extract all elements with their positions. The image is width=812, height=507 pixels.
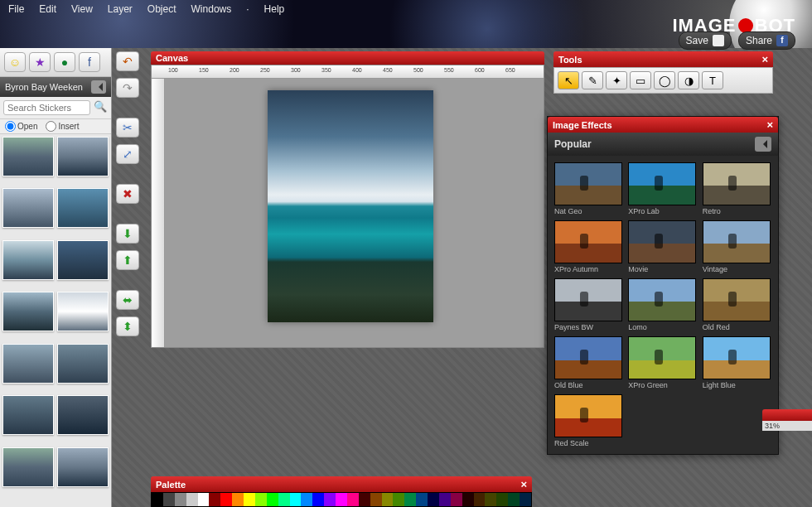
radio-insert[interactable]: Insert [46, 121, 79, 132]
undo-button[interactable]: ↶ [116, 51, 139, 71]
flip-h-button[interactable]: ⬆ [116, 250, 139, 270]
swatch[interactable] [451, 493, 462, 506]
tool-wand[interactable]: ✦ [606, 71, 627, 89]
swatch[interactable] [416, 493, 428, 506]
swatch[interactable] [462, 493, 474, 506]
sticker-thumb[interactable] [2, 240, 54, 280]
effects-close-icon[interactable]: × [766, 118, 773, 131]
swatch[interactable] [220, 493, 232, 506]
swatch[interactable] [290, 493, 302, 506]
swatch[interactable] [232, 493, 244, 506]
delete-button[interactable]: ✖ [116, 184, 139, 204]
swatch[interactable] [370, 493, 382, 506]
swatch[interactable] [474, 493, 486, 506]
search-stickers-input[interactable] [3, 100, 90, 115]
swatch[interactable] [152, 493, 163, 506]
effect-light-blue[interactable]: Light Blue [703, 336, 771, 389]
swatch[interactable] [439, 493, 451, 506]
effect-lomo[interactable]: Lomo [628, 278, 697, 331]
tool-rect[interactable]: ▭ [630, 71, 651, 89]
effect-movie[interactable]: Movie [628, 220, 697, 273]
tool-pointer[interactable]: ↖ [558, 71, 579, 89]
swatch[interactable] [301, 493, 312, 506]
sticker-thumb[interactable] [2, 188, 54, 228]
menu-windows[interactable]: Windows [191, 3, 232, 15]
search-icon[interactable]: 🔍 [93, 100, 108, 115]
sticker-thumb[interactable] [2, 395, 54, 435]
sticker-thumb[interactable] [2, 344, 54, 384]
flip-v-button[interactable]: ⬇ [116, 224, 139, 244]
album-back-button[interactable] [91, 80, 106, 94]
resize-button[interactable]: ⤢ [116, 144, 139, 164]
sticker-thumb[interactable] [2, 137, 54, 176]
move-h-button[interactable]: ⬌ [116, 290, 139, 310]
effect-xpro-lab[interactable]: XPro Lab [628, 162, 697, 215]
sticker-thumb[interactable] [2, 447, 54, 487]
tool-brush[interactable]: ✎ [582, 71, 603, 89]
sticker-thumb[interactable] [57, 395, 109, 435]
swatch[interactable] [508, 493, 520, 506]
swatch[interactable] [496, 493, 508, 506]
sticker-thumb[interactable] [57, 137, 109, 176]
swatch[interactable] [163, 493, 175, 506]
swatch[interactable] [175, 493, 186, 506]
facebook-button[interactable]: f [79, 52, 100, 72]
effects-back-button[interactable] [755, 137, 771, 152]
sticker-thumb[interactable] [57, 188, 109, 228]
swatch[interactable] [336, 493, 347, 506]
swatch[interactable] [198, 493, 210, 506]
smiley-button[interactable]: ☺ [4, 52, 26, 72]
sticker-thumb[interactable] [57, 292, 109, 331]
swatch[interactable] [312, 493, 324, 506]
star-button[interactable]: ★ [29, 52, 51, 72]
effect-old-red[interactable]: Old Red [703, 278, 771, 331]
swatch[interactable] [520, 493, 531, 506]
sticker-thumb[interactable] [57, 240, 109, 280]
menu-view[interactable]: View [71, 3, 93, 15]
menu-help[interactable]: Help [264, 3, 285, 15]
swatch[interactable] [382, 493, 394, 506]
tool-text[interactable]: T [702, 71, 723, 89]
swatch[interactable] [324, 493, 336, 506]
effect-xpro-green[interactable]: XPro Green [628, 336, 697, 389]
effect-vintage[interactable]: Vintage [703, 220, 771, 273]
effect-paynes-bw[interactable]: Paynes BW [554, 278, 623, 331]
canvas-area[interactable]: 100150200250300350400450500550600650 [151, 65, 544, 348]
effect-retro[interactable]: Retro [703, 162, 771, 215]
radio-open[interactable]: Open [5, 121, 37, 132]
sticker-thumb[interactable] [57, 447, 109, 487]
tool-shape[interactable]: ◑ [678, 71, 699, 89]
share-button[interactable]: Share [738, 31, 795, 50]
menu-layer[interactable]: Layer [108, 3, 133, 15]
effect-old-blue[interactable]: Old Blue [554, 336, 623, 389]
swatch[interactable] [359, 493, 370, 506]
swatch[interactable] [186, 493, 198, 506]
swatch[interactable] [255, 493, 267, 506]
tools-close-icon[interactable]: × [761, 53, 768, 65]
menu-object[interactable]: Object [147, 3, 176, 15]
effect-red-scale[interactable]: Red Scale [554, 394, 623, 447]
swatch[interactable] [428, 493, 439, 506]
swatch[interactable] [244, 493, 255, 506]
menu-file[interactable]: File [8, 3, 24, 15]
swatch[interactable] [393, 493, 404, 506]
swatch[interactable] [347, 493, 359, 506]
effect-xpro-autumn[interactable]: XPro Autumn [554, 220, 623, 273]
badge-button[interactable]: ● [54, 52, 75, 72]
swatch[interactable] [267, 493, 278, 506]
crop-button[interactable]: ✂ [116, 118, 139, 138]
effect-nat-geo[interactable]: Nat Geo [554, 162, 623, 215]
move-v-button[interactable]: ⬍ [116, 316, 139, 336]
swatch[interactable] [404, 493, 416, 506]
swatch[interactable] [485, 493, 496, 506]
palette-close-icon[interactable]: × [520, 478, 527, 490]
save-button[interactable]: Save [679, 31, 732, 50]
sticker-thumb[interactable] [2, 292, 54, 331]
artboard[interactable] [268, 90, 433, 322]
redo-button[interactable]: ↷ [116, 78, 139, 98]
menu-edit[interactable]: Edit [39, 3, 56, 15]
tool-ellipse[interactable]: ◯ [654, 71, 675, 89]
sticker-thumb[interactable] [57, 344, 109, 384]
swatch[interactable] [209, 493, 220, 506]
swatch[interactable] [278, 493, 290, 506]
